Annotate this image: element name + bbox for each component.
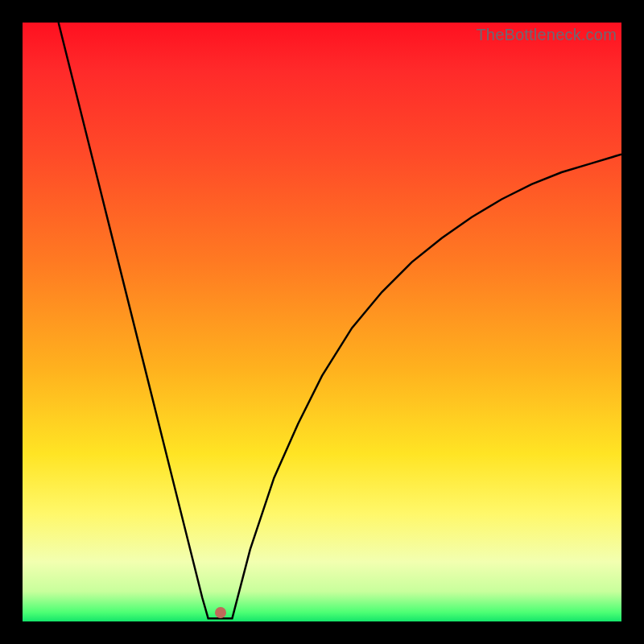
- plot-area: TheBottleneck.com: [23, 23, 621, 621]
- bottleneck-curve: [23, 23, 621, 621]
- min-marker-dot: [215, 607, 226, 618]
- watermark-text: TheBottleneck.com: [476, 26, 617, 44]
- chart-frame: TheBottleneck.com: [0, 0, 644, 644]
